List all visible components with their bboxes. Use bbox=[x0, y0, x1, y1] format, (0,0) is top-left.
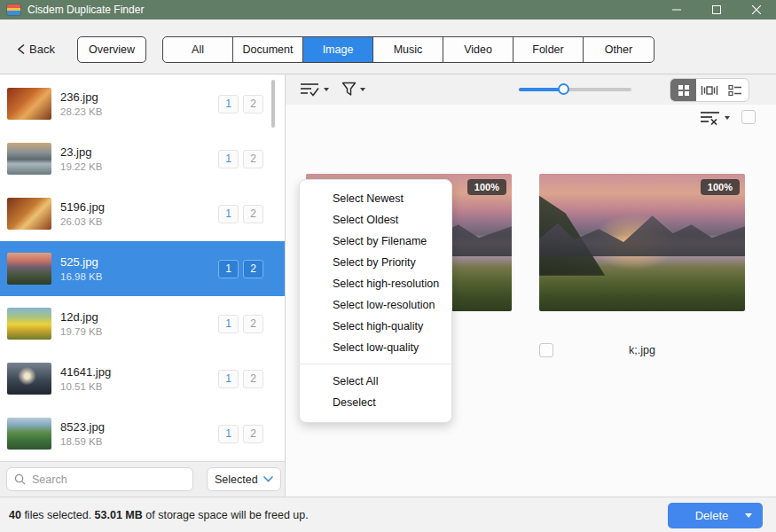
list-item[interactable]: 5196.jpg 26.03 KB 1 2 bbox=[0, 186, 285, 241]
compare-view-icon bbox=[701, 84, 718, 97]
file-size: 18.59 KB bbox=[60, 436, 105, 447]
main-toolbar bbox=[286, 74, 776, 105]
deselect-lines-icon bbox=[700, 110, 721, 126]
duplicate-badge-2[interactable]: 2 bbox=[243, 150, 263, 168]
file-name: 8523.jpg bbox=[60, 420, 105, 434]
menu-item-select-low-quality[interactable]: Select low-quality bbox=[300, 337, 451, 358]
thumbnail-size-slider[interactable] bbox=[519, 88, 631, 91]
duplicate-badge-2[interactable]: 2 bbox=[243, 260, 263, 278]
filter-menu-button[interactable] bbox=[341, 82, 365, 97]
list-item[interactable]: 236.jpg 28.23 KB 1 2 bbox=[0, 76, 285, 131]
duplicate-badge-1[interactable]: 1 bbox=[218, 260, 239, 278]
file-size: 19.79 KB bbox=[60, 326, 102, 337]
file-size: 19.22 KB bbox=[60, 161, 102, 172]
titlebar: Cisdem Duplicate Finder bbox=[0, 0, 776, 20]
select-menu-icon bbox=[300, 82, 320, 98]
group-deselect-button[interactable] bbox=[700, 110, 730, 126]
list-item[interactable]: 41641.jpg 10.51 KB 1 2 bbox=[0, 351, 285, 406]
slider-thumb[interactable] bbox=[558, 83, 569, 95]
maximize-button[interactable] bbox=[696, 0, 736, 20]
menu-item-select-all[interactable]: Select All bbox=[300, 371, 451, 392]
freed-size: 53.01 MB bbox=[95, 509, 143, 521]
back-chevron-icon bbox=[18, 43, 25, 54]
filter-dropdown[interactable]: Selected bbox=[207, 467, 281, 491]
app-icon bbox=[7, 4, 20, 15]
window-title: Cisdem Duplicate Finder bbox=[27, 4, 144, 16]
statusbar: 40 files selected. 53.01 MB of storage s… bbox=[0, 497, 776, 532]
overview-button[interactable]: Overview bbox=[77, 36, 146, 63]
sidebar-footer: Selected bbox=[0, 461, 285, 497]
file-thumbnail bbox=[7, 253, 51, 285]
header: Back Overview All Document Image Music V… bbox=[0, 20, 776, 74]
tab-video[interactable]: Video bbox=[443, 37, 513, 62]
duplicate-badge-1[interactable]: 1 bbox=[218, 150, 239, 168]
back-button[interactable]: Back bbox=[18, 43, 55, 56]
tab-image[interactable]: Image bbox=[303, 37, 373, 62]
duplicate-badge-2[interactable]: 2 bbox=[243, 95, 263, 113]
menu-item-select-newest[interactable]: Select Newest bbox=[300, 188, 451, 209]
category-tabs: All Document Image Music Video Folder Ot… bbox=[162, 36, 655, 63]
filter-icon bbox=[341, 82, 357, 97]
status-text: 40 files selected. 53.01 MB of storage s… bbox=[9, 509, 309, 521]
file-thumbnail bbox=[7, 88, 51, 120]
list-view-button[interactable] bbox=[723, 79, 749, 101]
file-size: 26.03 KB bbox=[60, 216, 105, 227]
search-icon bbox=[14, 473, 26, 485]
list-view-icon bbox=[728, 84, 742, 97]
duplicate-badge-2[interactable]: 2 bbox=[243, 425, 263, 443]
grid-view-button[interactable] bbox=[670, 79, 696, 101]
tab-music[interactable]: Music bbox=[373, 37, 443, 62]
menu-item-select-high-resolution[interactable]: Select high-resolution bbox=[300, 273, 451, 294]
duplicate-badge-2[interactable]: 2 bbox=[243, 370, 263, 388]
file-size: 28.23 KB bbox=[60, 106, 102, 117]
list-item[interactable]: 23.jpg 19.22 KB 1 2 bbox=[0, 131, 285, 186]
file-name: 12d.jpg bbox=[60, 310, 102, 324]
menu-item-select-high-quality[interactable]: Select high-quality bbox=[300, 316, 451, 337]
file-name: 525.jpg bbox=[60, 255, 102, 269]
similarity-badge: 100% bbox=[467, 179, 506, 195]
menu-separator bbox=[300, 364, 451, 364]
duplicate-badge-1[interactable]: 1 bbox=[218, 205, 239, 223]
minimize-button[interactable] bbox=[656, 0, 696, 20]
select-menu-button[interactable] bbox=[300, 82, 329, 98]
tab-document[interactable]: Document bbox=[233, 37, 303, 62]
view-mode-toggle bbox=[670, 78, 749, 102]
list-item[interactable]: 12d.jpg 19.79 KB 1 2 bbox=[0, 296, 285, 351]
list-item-selected[interactable]: 525.jpg 16.98 KB 1 2 bbox=[0, 241, 285, 296]
duplicate-card: 100% k;.jpg bbox=[539, 174, 745, 359]
sidebar-scrollbar[interactable] bbox=[271, 80, 275, 128]
close-button[interactable] bbox=[736, 0, 776, 20]
duplicate-badge-2[interactable]: 2 bbox=[243, 205, 263, 223]
menu-item-deselect[interactable]: Deselect bbox=[300, 392, 451, 413]
similarity-badge: 100% bbox=[701, 179, 740, 195]
tab-folder[interactable]: Folder bbox=[513, 37, 584, 62]
duplicate-badge-1[interactable]: 1 bbox=[218, 370, 239, 388]
file-checkbox[interactable] bbox=[539, 343, 553, 357]
menu-item-select-by-filename[interactable]: Select by Filename bbox=[300, 231, 451, 252]
grid-view-icon bbox=[678, 84, 690, 97]
file-name: 5196.jpg bbox=[60, 200, 105, 214]
duplicate-badge-2[interactable]: 2 bbox=[243, 315, 263, 333]
menu-item-select-oldest[interactable]: Select Oldest bbox=[300, 209, 451, 231]
menu-item-select-by-priority[interactable]: Select by Priority bbox=[300, 252, 451, 273]
menu-item-select-low-resolution[interactable]: Select low-resolution bbox=[300, 294, 451, 316]
duplicate-badge-1[interactable]: 1 bbox=[218, 95, 239, 113]
delete-caret-icon[interactable] bbox=[745, 513, 752, 518]
caret-down-icon bbox=[360, 88, 365, 91]
list-item[interactable]: 8523.jpg 18.59 KB 1 2 bbox=[0, 406, 285, 461]
duplicate-badge-1[interactable]: 1 bbox=[218, 425, 239, 443]
search-input[interactable] bbox=[32, 473, 185, 486]
group-select-checkbox[interactable] bbox=[741, 110, 756, 124]
chevron-down-icon bbox=[263, 476, 273, 482]
caret-down-icon bbox=[725, 116, 730, 120]
file-thumbnail bbox=[7, 198, 51, 230]
card-filename: k;.jpg bbox=[539, 343, 745, 358]
caret-down-icon bbox=[324, 88, 329, 91]
tab-other[interactable]: Other bbox=[584, 37, 654, 62]
delete-button[interactable]: Delete bbox=[668, 503, 763, 528]
file-name: 41641.jpg bbox=[60, 365, 111, 379]
compare-view-button[interactable] bbox=[696, 79, 722, 101]
tab-all[interactable]: All bbox=[163, 37, 233, 62]
duplicate-badge-1[interactable]: 1 bbox=[218, 315, 239, 333]
photo-preview[interactable]: 100% bbox=[539, 174, 745, 311]
